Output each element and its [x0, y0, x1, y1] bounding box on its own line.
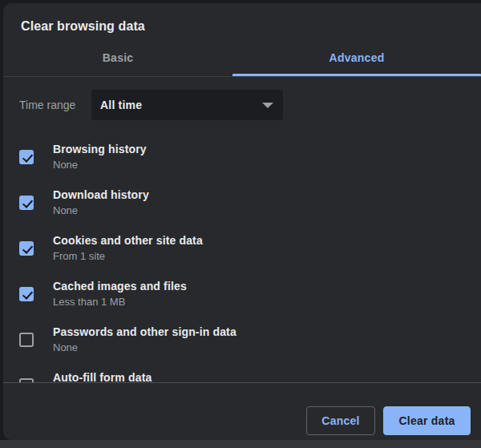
row-autofill-form-data[interactable]: Auto-fill form data: [3, 362, 481, 382]
row-detail: None: [53, 159, 147, 171]
data-type-list: Browsing history None Download history N…: [3, 134, 481, 382]
row-passwords[interactable]: Passwords and other sign-in data None: [3, 317, 481, 362]
row-download-history[interactable]: Download history None: [3, 180, 481, 225]
cached-images-checkbox[interactable]: [19, 287, 34, 301]
tab-selected-underline: [232, 74, 481, 76]
tab-basic-label: Basic: [103, 51, 134, 64]
tab-advanced[interactable]: Advanced: [232, 38, 481, 76]
clear-data-button[interactable]: Clear data: [383, 406, 471, 435]
row-cached-images[interactable]: Cached images and files Less than 1 MB: [3, 271, 481, 317]
tab-basic[interactable]: Basic: [3, 38, 232, 76]
row-detail: From 1 site: [53, 250, 203, 262]
clear-browsing-data-dialog: Clear browsing data Basic Advanced Time …: [3, 3, 481, 440]
row-detail: Less than 1 MB: [53, 296, 187, 308]
time-range-row: Time range All time: [19, 90, 465, 120]
chevron-down-icon: [262, 103, 273, 108]
time-range-selected-value: All time: [100, 99, 142, 111]
cancel-button[interactable]: Cancel: [306, 406, 375, 435]
autofill-checkbox[interactable]: [19, 378, 34, 383]
download-history-checkbox[interactable]: [19, 196, 34, 210]
row-detail: None: [53, 204, 149, 216]
dialog-content: Time range All time Browsing history Non…: [3, 77, 481, 382]
dialog-title: Clear browsing data: [3, 3, 481, 38]
time-range-select[interactable]: All time: [91, 90, 283, 120]
row-browsing-history[interactable]: Browsing history None: [3, 134, 481, 180]
row-cookies-site-data[interactable]: Cookies and other site data From 1 site: [3, 225, 481, 271]
page-background-band: [0, 440, 481, 448]
tab-strip: Basic Advanced: [3, 38, 481, 77]
row-detail: None: [53, 341, 236, 353]
row-label: Cookies and other site data: [53, 234, 203, 247]
row-label: Browsing history: [53, 143, 147, 155]
passwords-checkbox[interactable]: [19, 333, 34, 347]
browsing-history-checkbox[interactable]: [19, 150, 34, 164]
cookies-checkbox[interactable]: [19, 241, 34, 256]
row-label: Passwords and other sign-in data: [53, 325, 236, 338]
tab-advanced-label: Advanced: [329, 51, 385, 64]
row-label: Cached images and files: [53, 280, 187, 293]
row-label: Auto-fill form data: [53, 371, 152, 382]
time-range-label: Time range: [19, 99, 91, 111]
row-label: Download history: [53, 188, 149, 201]
dialog-footer: Cancel Clear data: [3, 382, 481, 440]
